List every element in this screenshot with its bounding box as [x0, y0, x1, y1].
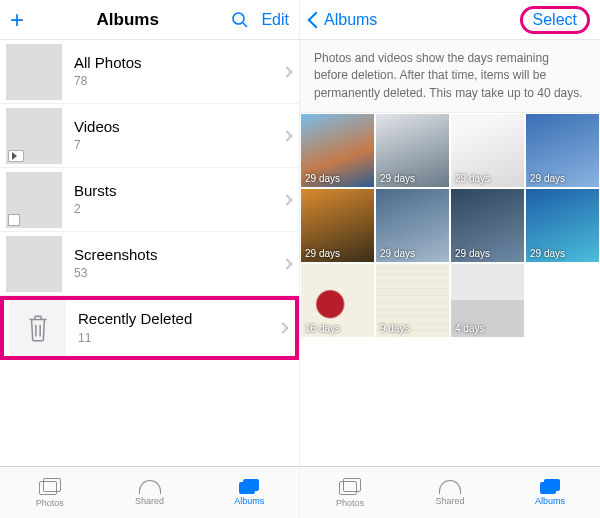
deleted-photo[interactable]: 9 days — [376, 264, 449, 337]
tab-shared[interactable]: Shared — [400, 467, 500, 518]
select-highlight: Select — [520, 6, 590, 34]
days-remaining: 29 days — [455, 248, 490, 259]
album-row-videos[interactable]: Videos 7 — [0, 104, 299, 168]
album-title: Bursts — [74, 182, 117, 201]
days-remaining: 29 days — [530, 248, 565, 259]
right-topbar: Albums Select — [300, 0, 600, 40]
tab-photos[interactable]: Photos — [0, 467, 100, 518]
burst-badge-icon — [8, 214, 20, 226]
left-tabbar: Photos Shared Albums — [0, 466, 299, 518]
trash-icon — [10, 300, 66, 356]
album-count: 78 — [74, 74, 142, 89]
days-remaining: 29 days — [380, 248, 415, 259]
deleted-photo[interactable]: 29 days — [451, 189, 524, 262]
album-thumbnail — [6, 236, 62, 292]
svg-line-1 — [243, 23, 247, 27]
album-title: All Photos — [74, 54, 142, 73]
chevron-right-icon — [281, 66, 292, 77]
page-title: Albums — [97, 10, 159, 30]
back-label: Albums — [324, 11, 377, 29]
tab-label: Albums — [234, 496, 264, 506]
tab-label: Albums — [535, 496, 565, 506]
tab-albums[interactable]: Albums — [199, 467, 299, 518]
album-row-recently-deleted[interactable]: Recently Deleted 11 — [0, 296, 299, 360]
deleted-photo[interactable]: 29 days — [376, 114, 449, 187]
album-row-all-photos[interactable]: All Photos 78 — [0, 40, 299, 104]
deleted-photo[interactable]: 29 days — [376, 189, 449, 262]
deleted-photo[interactable]: 29 days — [451, 114, 524, 187]
days-remaining: 29 days — [305, 173, 340, 184]
tab-label: Photos — [36, 498, 64, 508]
album-title: Recently Deleted — [78, 310, 192, 329]
album-row-bursts[interactable]: Bursts 2 — [0, 168, 299, 232]
tab-label: Shared — [435, 496, 464, 506]
tab-label: Shared — [135, 496, 164, 506]
photo-grid: 29 days 29 days 29 days 29 days 29 days … — [300, 113, 600, 466]
deleted-photo[interactable]: 29 days — [526, 189, 599, 262]
deleted-photo[interactable]: 29 days — [301, 189, 374, 262]
chevron-right-icon — [281, 130, 292, 141]
tab-photos[interactable]: Photos — [300, 467, 400, 518]
tab-shared[interactable]: Shared — [100, 467, 200, 518]
tab-albums[interactable]: Albums — [500, 467, 600, 518]
days-remaining: 29 days — [305, 248, 340, 259]
add-album-button[interactable]: + — [10, 8, 24, 32]
album-count: 11 — [78, 331, 192, 346]
deleted-photo[interactable]: 4 days — [451, 264, 524, 337]
album-title: Screenshots — [74, 246, 157, 265]
edit-button[interactable]: Edit — [261, 11, 289, 29]
cloud-icon — [139, 480, 161, 494]
days-remaining: 29 days — [455, 173, 490, 184]
photos-icon — [39, 478, 61, 496]
days-remaining: 29 days — [530, 173, 565, 184]
search-icon[interactable] — [231, 11, 249, 29]
deleted-photo[interactable]: 29 days — [526, 114, 599, 187]
select-button[interactable]: Select — [533, 11, 577, 28]
days-remaining: 9 days — [380, 323, 409, 334]
album-row-screenshots[interactable]: Screenshots 53 — [0, 232, 299, 296]
photos-icon — [339, 478, 361, 496]
deleted-photo[interactable]: 29 days — [301, 114, 374, 187]
left-topbar: + Albums Edit — [0, 0, 299, 40]
album-thumbnail — [6, 108, 62, 164]
days-remaining: 16 days — [305, 323, 340, 334]
chevron-left-icon — [308, 11, 325, 28]
album-count: 2 — [74, 202, 117, 217]
chevron-right-icon — [277, 322, 288, 333]
tab-label: Photos — [336, 498, 364, 508]
chevron-right-icon — [281, 258, 292, 269]
album-count: 53 — [74, 266, 157, 281]
album-thumbnail — [6, 44, 62, 100]
albums-list: All Photos 78 Videos 7 — [0, 40, 299, 466]
back-button[interactable]: Albums — [310, 11, 377, 29]
album-count: 7 — [74, 138, 120, 153]
album-title: Videos — [74, 118, 120, 137]
video-badge-icon — [9, 151, 23, 161]
days-remaining: 29 days — [380, 173, 415, 184]
chevron-right-icon — [281, 194, 292, 205]
albums-icon — [243, 479, 259, 491]
right-tabbar: Photos Shared Albums — [300, 466, 600, 518]
deletion-info-text: Photos and videos show the days remainin… — [300, 40, 600, 113]
days-remaining: 4 days — [455, 323, 484, 334]
deleted-photo[interactable]: 16 days — [301, 264, 374, 337]
recently-deleted-pane: Albums Select Photos and videos show the… — [300, 0, 600, 518]
albums-pane: + Albums Edit All Photos 78 — [0, 0, 300, 518]
album-thumbnail — [6, 172, 62, 228]
svg-point-0 — [233, 13, 244, 24]
cloud-icon — [439, 480, 461, 494]
albums-icon — [544, 479, 560, 491]
